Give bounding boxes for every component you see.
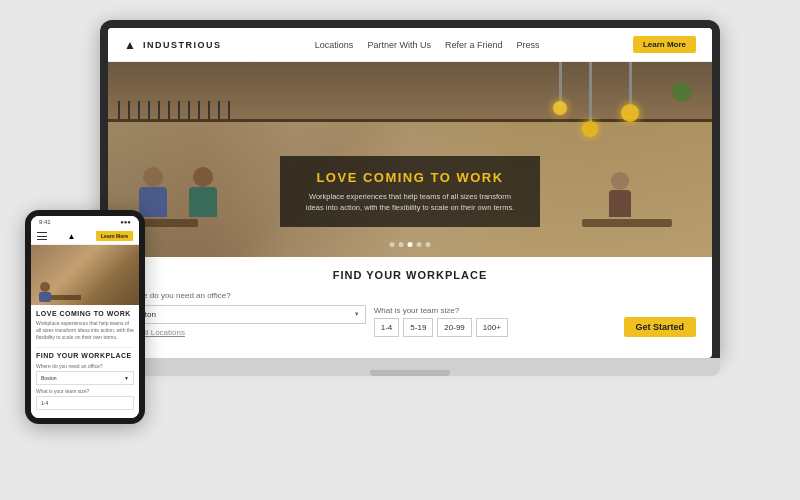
railing-post: [218, 101, 220, 119]
dot-3-active[interactable]: [408, 242, 413, 247]
get-started-button[interactable]: Get Started: [624, 317, 697, 337]
team-label: What is your team size?: [374, 306, 616, 315]
phone-signal: ●●●: [120, 219, 131, 225]
phone-team-label: What is your team size?: [36, 388, 134, 394]
dot-5[interactable]: [426, 242, 431, 247]
scene: ▲ INDUSTRIOUS Locations Partner With Us …: [0, 0, 800, 500]
phone-content: LOVE COMING TO WORK Workplace experience…: [31, 305, 139, 418]
size-btn-5-19[interactable]: 5-19: [403, 318, 433, 337]
person-center: [188, 167, 218, 217]
phone-hero-subtitle: Workplace experiences that help teams of…: [36, 320, 134, 341]
team-form-group: What is your team size? 1-4 5-19 20-99 1…: [374, 306, 616, 337]
dot-2[interactable]: [399, 242, 404, 247]
laptop-screen: ▲ INDUSTRIOUS Locations Partner With Us …: [108, 28, 712, 358]
laptop-device: ▲ INDUSTRIOUS Locations Partner With Us …: [100, 20, 720, 376]
laptop-screen-wrapper: ▲ INDUSTRIOUS Locations Partner With Us …: [100, 20, 720, 358]
plant-right: [672, 82, 692, 107]
dot-1[interactable]: [390, 242, 395, 247]
office-select-wrapper: Boston New York Chicago: [124, 303, 366, 324]
phone-learn-more-button[interactable]: Learn More: [96, 231, 133, 241]
nav-links: Locations Partner With Us Refer a Friend…: [315, 40, 540, 50]
person-body-2: [189, 187, 217, 217]
size-btn-1-4[interactable]: 1-4: [374, 318, 400, 337]
phone-person-head: [40, 282, 50, 292]
phone-office-value: Boston: [41, 375, 57, 381]
person-body-3: [609, 190, 631, 217]
phone-person-body: [39, 292, 51, 302]
lamp-bulb-1: [621, 104, 639, 122]
hero-background: LOVE COMING TO WORK Workplace experience…: [108, 62, 712, 257]
lamp-cord-2: [589, 62, 592, 127]
person-head-1: [143, 167, 163, 187]
phone-status-bar: 9:41 ●●●: [31, 216, 139, 228]
phone-chevron-icon: ▼: [124, 375, 129, 381]
office-label: Where do you need an office?: [124, 291, 366, 300]
hero-title: LOVE COMING TO WORK: [302, 170, 518, 185]
phone-time: 9:41: [39, 219, 51, 225]
see-locations-link[interactable]: See all Locations: [124, 328, 366, 337]
nav-press[interactable]: Press: [516, 40, 539, 50]
phone-hero-title: LOVE COMING TO WORK: [36, 310, 134, 317]
phone-hero-bg: [31, 245, 139, 305]
phone-device: 9:41 ●●● ▲ Learn More: [25, 210, 145, 424]
phone-team-value: 1-4: [41, 400, 48, 406]
railing-post: [118, 101, 120, 119]
railing-post: [208, 101, 210, 119]
hero-subtitle: Workplace experiences that help teams of…: [302, 191, 518, 214]
phone-office-input[interactable]: Boston ▼: [36, 371, 134, 385]
phone-frame: 9:41 ●●● ▲ Learn More: [25, 210, 145, 424]
logo-text: INDUSTRIOUS: [143, 40, 222, 50]
office-form-group: Where do you need an office? Boston New …: [124, 291, 366, 337]
lamp-bulb-3: [553, 101, 567, 115]
site-logo: ▲ INDUSTRIOUS: [124, 38, 221, 52]
railing-post: [198, 101, 200, 119]
person-right-1: [607, 172, 632, 217]
person-head-3: [611, 172, 629, 190]
table-2: [582, 219, 672, 227]
railing-post: [138, 101, 140, 119]
find-form: Where do you need an office? Boston New …: [124, 291, 696, 337]
nav-locations[interactable]: Locations: [315, 40, 354, 50]
railing-post: [188, 101, 190, 119]
nav-refer[interactable]: Refer a Friend: [445, 40, 503, 50]
plant-foliage: [672, 82, 692, 102]
railing-post: [178, 101, 180, 119]
hamburger-icon[interactable]: [37, 232, 47, 240]
phone-find-title: FIND YOUR WORKPLACE: [36, 352, 134, 359]
find-section: FIND YOUR WORKPLACE Where do you need an…: [108, 257, 712, 349]
site-nav: ▲ INDUSTRIOUS Locations Partner With Us …: [108, 28, 712, 62]
hero-section: LOVE COMING TO WORK Workplace experience…: [108, 62, 712, 257]
phone-office-label: Where do you need an office?: [36, 363, 134, 369]
laptop-base: [100, 358, 720, 376]
lamp-cord-1: [629, 62, 632, 112]
phone-logo-icon: ▲: [68, 232, 76, 241]
railing-post: [228, 101, 230, 119]
phone-person: [39, 282, 51, 300]
find-title: FIND YOUR WORKPLACE: [124, 269, 696, 281]
hero-dots: [390, 242, 431, 247]
person-head-2: [193, 167, 213, 187]
hero-overlay: LOVE COMING TO WORK Workplace experience…: [280, 156, 540, 228]
office-select[interactable]: Boston New York Chicago: [124, 305, 366, 324]
railing-post: [128, 101, 130, 119]
phone-team-input[interactable]: 1-4: [36, 396, 134, 410]
dot-4[interactable]: [417, 242, 422, 247]
nav-cta-button[interactable]: Learn More: [633, 36, 696, 53]
nav-partner[interactable]: Partner With Us: [367, 40, 431, 50]
railing-post: [148, 101, 150, 119]
size-btn-20-99[interactable]: 20-99: [437, 318, 471, 337]
phone-hero-image: [31, 245, 139, 305]
team-sizes: 1-4 5-19 20-99 100+: [374, 318, 616, 337]
phone-divider: [36, 347, 134, 348]
phone-nav: ▲ Learn More: [31, 228, 139, 245]
logo-icon: ▲: [124, 38, 137, 52]
railing-post: [168, 101, 170, 119]
lamp-bulb-2: [582, 121, 598, 137]
size-btn-100-plus[interactable]: 100+: [476, 318, 508, 337]
railing-post: [158, 101, 160, 119]
lamp-cord-3: [559, 62, 562, 107]
